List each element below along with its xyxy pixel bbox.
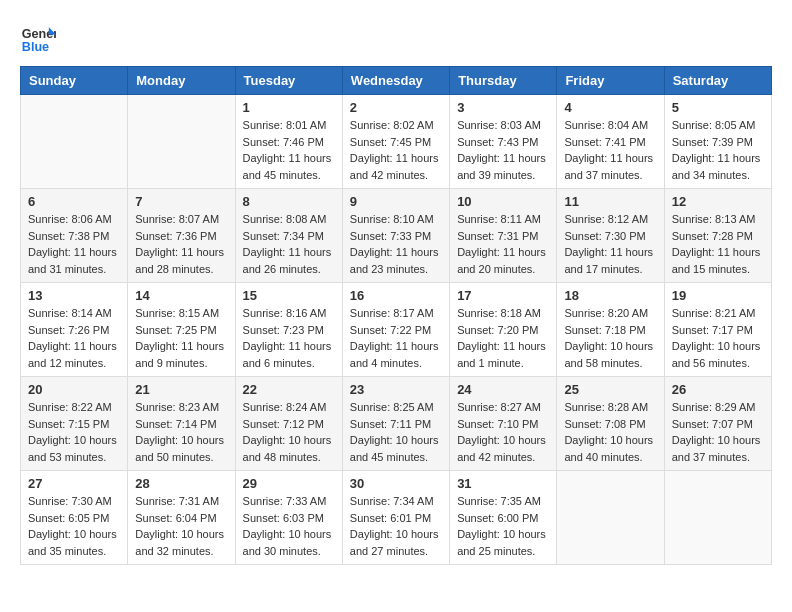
weekday-header-sunday: Sunday: [21, 67, 128, 95]
calendar-day: 11Sunrise: 8:12 AMSunset: 7:30 PMDayligh…: [557, 189, 664, 283]
weekday-header-saturday: Saturday: [664, 67, 771, 95]
day-number: 28: [135, 476, 227, 491]
day-number: 19: [672, 288, 764, 303]
day-info: Sunrise: 7:35 AMSunset: 6:00 PMDaylight:…: [457, 493, 549, 559]
day-info-line: Daylight: 11 hours and 42 minutes.: [350, 152, 439, 181]
day-info-line: Sunset: 7:07 PM: [672, 418, 753, 430]
day-number: 26: [672, 382, 764, 397]
day-info-line: Daylight: 11 hours and 37 minutes.: [564, 152, 653, 181]
day-info-line: Sunset: 7:43 PM: [457, 136, 538, 148]
weekday-header-row: SundayMondayTuesdayWednesdayThursdayFrid…: [21, 67, 772, 95]
day-number: 12: [672, 194, 764, 209]
day-info-line: Daylight: 11 hours and 28 minutes.: [135, 246, 224, 275]
day-number: 29: [243, 476, 335, 491]
day-info-line: Sunrise: 8:16 AM: [243, 307, 327, 319]
day-info-line: Sunset: 7:45 PM: [350, 136, 431, 148]
day-number: 30: [350, 476, 442, 491]
calendar-day: 30Sunrise: 7:34 AMSunset: 6:01 PMDayligh…: [342, 471, 449, 565]
calendar-table: SundayMondayTuesdayWednesdayThursdayFrid…: [20, 66, 772, 565]
day-info-line: Sunset: 7:33 PM: [350, 230, 431, 242]
day-info-line: Daylight: 10 hours and 56 minutes.: [672, 340, 761, 369]
calendar-day: 18Sunrise: 8:20 AMSunset: 7:18 PMDayligh…: [557, 283, 664, 377]
weekday-header-monday: Monday: [128, 67, 235, 95]
day-number: 5: [672, 100, 764, 115]
day-number: 14: [135, 288, 227, 303]
day-info-line: Sunset: 7:34 PM: [243, 230, 324, 242]
day-info-line: Sunrise: 8:14 AM: [28, 307, 112, 319]
day-info-line: Daylight: 10 hours and 42 minutes.: [457, 434, 546, 463]
calendar-day: [21, 95, 128, 189]
day-info-line: Daylight: 10 hours and 35 minutes.: [28, 528, 117, 557]
calendar-day: 27Sunrise: 7:30 AMSunset: 6:05 PMDayligh…: [21, 471, 128, 565]
calendar-day: 24Sunrise: 8:27 AMSunset: 7:10 PMDayligh…: [450, 377, 557, 471]
day-number: 8: [243, 194, 335, 209]
calendar-day: 9Sunrise: 8:10 AMSunset: 7:33 PMDaylight…: [342, 189, 449, 283]
day-info-line: Sunrise: 7:33 AM: [243, 495, 327, 507]
calendar-week-4: 20Sunrise: 8:22 AMSunset: 7:15 PMDayligh…: [21, 377, 772, 471]
day-info-line: Sunrise: 7:34 AM: [350, 495, 434, 507]
day-info: Sunrise: 8:16 AMSunset: 7:23 PMDaylight:…: [243, 305, 335, 371]
day-info-line: Sunrise: 8:12 AM: [564, 213, 648, 225]
day-info-line: Daylight: 11 hours and 17 minutes.: [564, 246, 653, 275]
day-info-line: Sunrise: 7:35 AM: [457, 495, 541, 507]
day-info-line: Sunrise: 8:01 AM: [243, 119, 327, 131]
day-info-line: Sunrise: 8:29 AM: [672, 401, 756, 413]
day-info: Sunrise: 7:31 AMSunset: 6:04 PMDaylight:…: [135, 493, 227, 559]
calendar-day: [128, 95, 235, 189]
day-info-line: Daylight: 10 hours and 45 minutes.: [350, 434, 439, 463]
logo: General Blue: [20, 20, 60, 56]
day-info-line: Sunset: 7:18 PM: [564, 324, 645, 336]
day-number: 24: [457, 382, 549, 397]
calendar-day: 14Sunrise: 8:15 AMSunset: 7:25 PMDayligh…: [128, 283, 235, 377]
day-info: Sunrise: 8:28 AMSunset: 7:08 PMDaylight:…: [564, 399, 656, 465]
day-info: Sunrise: 8:07 AMSunset: 7:36 PMDaylight:…: [135, 211, 227, 277]
day-info: Sunrise: 8:13 AMSunset: 7:28 PMDaylight:…: [672, 211, 764, 277]
day-info-line: Daylight: 10 hours and 37 minutes.: [672, 434, 761, 463]
day-number: 6: [28, 194, 120, 209]
day-info-line: Sunset: 7:31 PM: [457, 230, 538, 242]
day-info-line: Sunset: 7:30 PM: [564, 230, 645, 242]
logo-icon: General Blue: [20, 20, 56, 56]
day-number: 11: [564, 194, 656, 209]
day-info-line: Sunset: 6:00 PM: [457, 512, 538, 524]
day-info-line: Sunrise: 8:10 AM: [350, 213, 434, 225]
day-number: 20: [28, 382, 120, 397]
calendar-day: 5Sunrise: 8:05 AMSunset: 7:39 PMDaylight…: [664, 95, 771, 189]
day-info-line: Sunrise: 8:03 AM: [457, 119, 541, 131]
day-info-line: Daylight: 10 hours and 27 minutes.: [350, 528, 439, 557]
day-info: Sunrise: 8:29 AMSunset: 7:07 PMDaylight:…: [672, 399, 764, 465]
day-info-line: Daylight: 11 hours and 20 minutes.: [457, 246, 546, 275]
day-info: Sunrise: 7:34 AMSunset: 6:01 PMDaylight:…: [350, 493, 442, 559]
calendar-day: 22Sunrise: 8:24 AMSunset: 7:12 PMDayligh…: [235, 377, 342, 471]
day-info-line: Sunrise: 8:27 AM: [457, 401, 541, 413]
weekday-header-thursday: Thursday: [450, 67, 557, 95]
weekday-header-tuesday: Tuesday: [235, 67, 342, 95]
calendar-day: 4Sunrise: 8:04 AMSunset: 7:41 PMDaylight…: [557, 95, 664, 189]
day-info: Sunrise: 8:20 AMSunset: 7:18 PMDaylight:…: [564, 305, 656, 371]
day-info-line: Sunset: 7:28 PM: [672, 230, 753, 242]
weekday-header-friday: Friday: [557, 67, 664, 95]
day-info-line: Daylight: 10 hours and 25 minutes.: [457, 528, 546, 557]
calendar-day: 19Sunrise: 8:21 AMSunset: 7:17 PMDayligh…: [664, 283, 771, 377]
page-header: General Blue: [20, 20, 772, 56]
day-info: Sunrise: 8:03 AMSunset: 7:43 PMDaylight:…: [457, 117, 549, 183]
calendar-week-2: 6Sunrise: 8:06 AMSunset: 7:38 PMDaylight…: [21, 189, 772, 283]
day-info-line: Daylight: 10 hours and 50 minutes.: [135, 434, 224, 463]
day-info-line: Daylight: 10 hours and 30 minutes.: [243, 528, 332, 557]
day-number: 4: [564, 100, 656, 115]
calendar-day: 1Sunrise: 8:01 AMSunset: 7:46 PMDaylight…: [235, 95, 342, 189]
day-number: 10: [457, 194, 549, 209]
calendar-week-1: 1Sunrise: 8:01 AMSunset: 7:46 PMDaylight…: [21, 95, 772, 189]
day-info-line: Sunrise: 8:22 AM: [28, 401, 112, 413]
day-info: Sunrise: 7:30 AMSunset: 6:05 PMDaylight:…: [28, 493, 120, 559]
day-info-line: Sunrise: 8:13 AM: [672, 213, 756, 225]
day-number: 9: [350, 194, 442, 209]
day-number: 13: [28, 288, 120, 303]
calendar-week-5: 27Sunrise: 7:30 AMSunset: 6:05 PMDayligh…: [21, 471, 772, 565]
day-info-line: Daylight: 11 hours and 26 minutes.: [243, 246, 332, 275]
day-number: 18: [564, 288, 656, 303]
day-info-line: Sunset: 6:03 PM: [243, 512, 324, 524]
calendar-day: 6Sunrise: 8:06 AMSunset: 7:38 PMDaylight…: [21, 189, 128, 283]
day-number: 31: [457, 476, 549, 491]
day-info: Sunrise: 8:23 AMSunset: 7:14 PMDaylight:…: [135, 399, 227, 465]
